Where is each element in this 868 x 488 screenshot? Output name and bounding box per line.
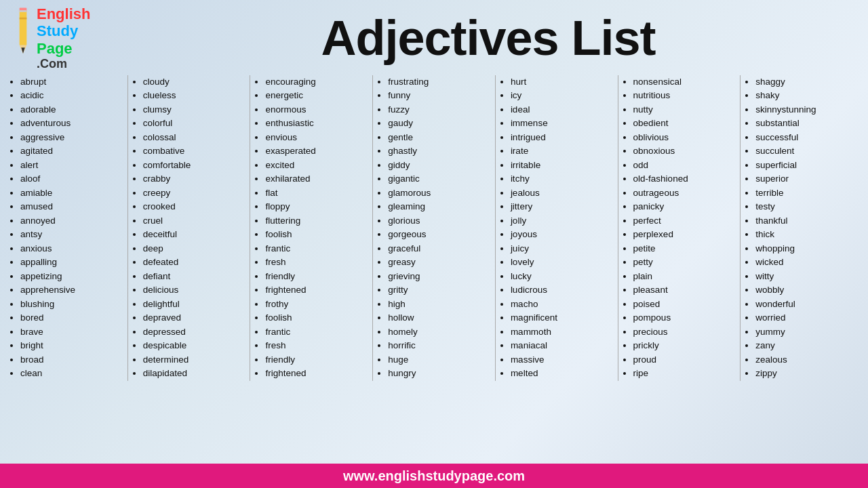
list-item: graceful	[388, 242, 491, 256]
list-item: gritty	[388, 283, 491, 298]
list-item: envious	[265, 131, 368, 145]
list-item: outrageous	[633, 186, 736, 201]
pencil-icon	[14, 5, 33, 60]
column-divider	[495, 75, 496, 381]
list-item: glorious	[388, 214, 491, 228]
word-list-4: frustratingfunnyfuzzygaudygentleghastlyg…	[377, 75, 491, 381]
list-item: abrupt	[20, 75, 123, 89]
list-item: intrigued	[511, 131, 614, 145]
list-item: testy	[755, 200, 859, 214]
list-item: odd	[633, 159, 736, 173]
list-item: delightful	[143, 298, 246, 312]
list-item: crabby	[143, 172, 246, 186]
columns-section: abruptacidicadorableadventurousaggressiv…	[0, 74, 868, 381]
list-item: floppy	[265, 200, 368, 214]
list-item: perplexed	[633, 228, 736, 242]
list-item: juicy	[511, 242, 614, 256]
list-item: colorful	[143, 117, 246, 131]
list-item: deceitful	[143, 228, 246, 242]
list-item: broad	[20, 353, 123, 367]
list-item: obedient	[633, 117, 736, 131]
list-item: ghastly	[388, 144, 491, 159]
list-item: anxious	[20, 242, 123, 256]
list-item: aloof	[20, 172, 123, 186]
list-item: witty	[755, 270, 859, 284]
word-list-7: shaggyshakyskinnystunningsubstantialsucc…	[745, 75, 859, 381]
logo-page: Page	[37, 40, 90, 57]
list-item: hurt	[511, 75, 614, 89]
list-item: prickly	[633, 339, 736, 353]
list-item: acidic	[20, 89, 123, 103]
list-item: cloudy	[143, 75, 246, 89]
list-item: ripe	[633, 367, 736, 381]
list-item: whopping	[755, 242, 859, 256]
list-item: worried	[755, 311, 859, 325]
list-item: determined	[143, 353, 246, 367]
list-item: horrific	[388, 339, 491, 353]
list-item: appetizing	[20, 270, 123, 284]
list-item: substantial	[755, 117, 859, 131]
list-item: massive	[511, 353, 614, 367]
list-item: foolish	[265, 228, 368, 242]
list-item: alert	[20, 159, 123, 173]
list-item: immense	[511, 117, 614, 131]
footer-url-text: englishstudypage.com	[378, 468, 525, 483]
list-item: defeated	[143, 256, 246, 270]
list-item: jealous	[511, 186, 614, 201]
list-item: nonsensical	[633, 75, 736, 89]
list-item: crooked	[143, 200, 246, 214]
list-item: blushing	[20, 298, 123, 312]
list-item: thankful	[755, 214, 859, 228]
list-item: frightened	[265, 367, 368, 381]
list-item: maniacal	[511, 339, 614, 353]
logo-area: English Study Page .Com	[14, 5, 122, 71]
list-item: itchy	[511, 172, 614, 186]
list-item: gaudy	[388, 117, 491, 131]
list-item: enthusiastic	[265, 117, 368, 131]
list-item: frantic	[265, 325, 368, 340]
word-list-3: encouragingenergeticenormousenthusiastic…	[254, 75, 368, 381]
list-item: friendly	[265, 270, 368, 284]
list-item: encouraging	[265, 75, 368, 89]
list-item: nutty	[633, 103, 736, 117]
list-item: appalling	[20, 256, 123, 270]
list-item: depressed	[143, 325, 246, 340]
header: English Study Page .Com Adjectives List	[0, 0, 868, 74]
list-item: superficial	[755, 159, 859, 173]
list-item: exhilarated	[265, 172, 368, 186]
list-item: energetic	[265, 89, 368, 103]
list-item: annoyed	[20, 214, 123, 228]
column-divider	[740, 75, 741, 381]
list-item: huge	[388, 353, 491, 367]
word-list-2: cloudycluelessclumsycolorfulcolossalcomb…	[132, 75, 246, 381]
list-item: old-fashioned	[633, 172, 736, 186]
list-item: petty	[633, 256, 736, 270]
list-item: frightened	[265, 283, 368, 298]
list-item: defiant	[143, 270, 246, 284]
list-item: zealous	[755, 353, 859, 367]
list-item: obnoxious	[633, 144, 736, 159]
list-item: plain	[633, 270, 736, 284]
list-item: gigantic	[388, 172, 491, 186]
list-item: clumsy	[143, 103, 246, 117]
column-divider	[127, 75, 128, 381]
list-item: icy	[511, 89, 614, 103]
list-item: bored	[20, 311, 123, 325]
list-item: joyous	[511, 228, 614, 242]
list-item: fresh	[265, 339, 368, 353]
list-item: nutritious	[633, 89, 736, 103]
list-item: exasperated	[265, 144, 368, 159]
list-item: ludicrous	[511, 283, 614, 298]
list-item: shaky	[755, 89, 859, 103]
list-item: creepy	[143, 186, 246, 201]
list-item: agitated	[20, 144, 123, 159]
list-item: foolish	[265, 311, 368, 325]
list-item: wonderful	[755, 298, 859, 312]
list-item: gorgeous	[388, 228, 491, 242]
list-item: irate	[511, 144, 614, 159]
list-item: depraved	[143, 311, 246, 325]
list-item: clueless	[143, 89, 246, 103]
list-item: gleaming	[388, 200, 491, 214]
list-item: lucky	[511, 270, 614, 284]
list-item: panicky	[633, 200, 736, 214]
